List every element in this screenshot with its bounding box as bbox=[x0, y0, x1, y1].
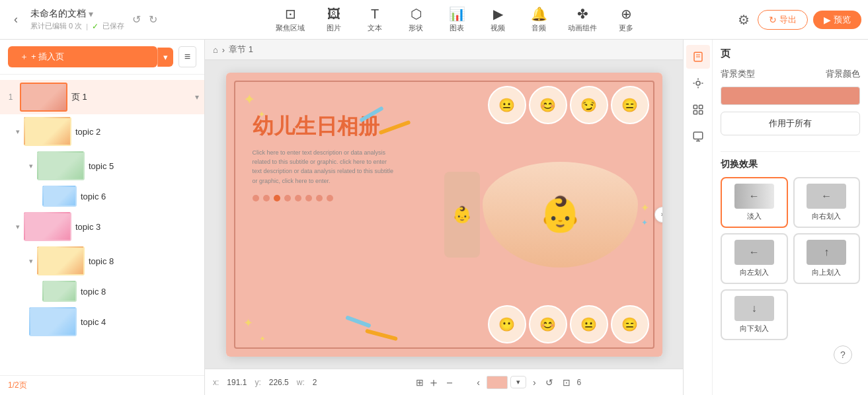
preview-icon: ▶ bbox=[824, 15, 831, 25]
slide-canvas[interactable]: ✦ ✦ ✦ ✦ 幼儿生日相册 Click here to enter text … bbox=[226, 73, 662, 357]
next-page-button[interactable]: › bbox=[530, 376, 539, 389]
slide-item-topic2[interactable]: ▾ topic 2 bbox=[0, 114, 204, 149]
export-label: 导出 bbox=[779, 14, 797, 26]
settings-button[interactable]: ⚙ bbox=[735, 9, 752, 30]
focus-tool[interactable]: ⊡ 聚焦区域 bbox=[268, 3, 313, 36]
slideleft-arrow: ← bbox=[749, 246, 760, 258]
apply-all-button[interactable]: 作用于所有 bbox=[721, 112, 860, 135]
tab-style[interactable] bbox=[686, 98, 710, 122]
fit-screen-button[interactable]: ⊡ bbox=[560, 376, 573, 389]
dot-2 bbox=[263, 195, 270, 201]
slide-title-topic2: topic 2 bbox=[75, 127, 199, 137]
slide-title-topic8b: topic 8 bbox=[81, 287, 199, 297]
preview-button[interactable]: ▶ 预览 bbox=[813, 11, 861, 29]
image-tool[interactable]: 🖼 图片 bbox=[314, 4, 354, 36]
grid-button[interactable]: ⊞ bbox=[416, 377, 424, 388]
text-tool[interactable]: T 文本 bbox=[355, 4, 395, 36]
tab-page[interactable] bbox=[686, 45, 710, 69]
insert-plus-icon: ＋ bbox=[20, 51, 28, 63]
slidedown-label: 向下划入 bbox=[740, 324, 769, 334]
slide-item-topic4[interactable]: topic 4 bbox=[0, 305, 204, 339]
topic8a-collapse[interactable]: ▾ bbox=[29, 257, 33, 266]
zoom-in-button[interactable]: ＋ bbox=[428, 375, 440, 390]
bg-color-swatch[interactable] bbox=[721, 87, 860, 105]
topic2-collapse[interactable]: ▾ bbox=[16, 127, 20, 136]
page-selector[interactable]: ▾ bbox=[510, 376, 526, 388]
baby-bg-shape bbox=[483, 162, 638, 268]
slide-expand-1[interactable]: ▾ bbox=[195, 92, 199, 102]
prev-page-button[interactable]: ‹ bbox=[474, 376, 483, 389]
right-panel: 页 背景类型 背景颜色 作用于所有 切换效果 ← bbox=[683, 40, 868, 395]
video-tool[interactable]: ▶ 视频 bbox=[478, 3, 518, 36]
svg-rect-7 bbox=[699, 111, 702, 114]
slide-title-1: 页 1 bbox=[71, 91, 191, 103]
slide-item-topic8b[interactable]: topic 8 bbox=[0, 278, 204, 305]
slide-title-topic3: topic 3 bbox=[75, 222, 199, 232]
toolbar: ‹ 未命名的文档 ▾ 累计已编辑 0 次 | ✓ 已保存 ↺ ↻ ⊡ 聚焦区域 … bbox=[0, 0, 868, 40]
doc-title-dropdown[interactable]: ▾ bbox=[89, 9, 93, 19]
slide-thumb-topic3 bbox=[24, 212, 71, 241]
slide-thumb-topic8b bbox=[42, 281, 77, 302]
breadcrumb-home-icon[interactable]: ⌂ bbox=[213, 45, 218, 55]
slideright-thumb: ← bbox=[807, 184, 846, 209]
export-button[interactable]: ↻ 导出 bbox=[758, 10, 808, 30]
slideup-label: 向上划入 bbox=[812, 268, 841, 277]
redo-button[interactable]: ↻ bbox=[146, 12, 160, 27]
back-button[interactable]: ‹ bbox=[7, 11, 25, 29]
bg-type-row: 背景类型 背景颜色 bbox=[721, 68, 860, 80]
panel-title: 页 bbox=[721, 48, 860, 60]
tab-animation[interactable] bbox=[686, 71, 710, 95]
image-label: 图片 bbox=[327, 23, 341, 33]
slide-item-topic8a[interactable]: ▾ topic 8 bbox=[0, 244, 204, 278]
export-icon: ↻ bbox=[769, 15, 777, 25]
dot-6 bbox=[305, 195, 312, 201]
shape-tool[interactable]: ⬡ 形状 bbox=[396, 3, 436, 36]
slide-item-topic6[interactable]: topic 6 bbox=[0, 183, 204, 209]
slide-item-1[interactable]: 1 页 1 ▾ bbox=[0, 80, 204, 114]
side-right-stars: ✦ ✦ bbox=[641, 201, 649, 227]
insert-page-button[interactable]: ＋ + 插入页 bbox=[8, 46, 157, 67]
insert-dropdown-button[interactable]: ▾ bbox=[157, 48, 173, 67]
transition-slideright[interactable]: ← 向右划入 bbox=[793, 177, 861, 228]
focus-icon: ⊡ bbox=[285, 6, 296, 22]
topic5-collapse[interactable]: ▾ bbox=[29, 162, 33, 170]
slide-item-topic5[interactable]: ▾ topic 5 bbox=[0, 149, 204, 183]
tab-ppt[interactable] bbox=[686, 124, 710, 148]
dot-1 bbox=[253, 195, 259, 201]
breadcrumb-chapter: 章节 1 bbox=[229, 44, 253, 55]
face-row-top: 😐 😊 😏 😑 bbox=[444, 86, 649, 124]
transition-slideleft[interactable]: ← 向左划入 bbox=[721, 233, 788, 284]
audio-tool[interactable]: 🔔 音频 bbox=[519, 3, 559, 36]
image-icon: 🖼 bbox=[327, 7, 340, 22]
slide-item-topic3[interactable]: ▾ topic 3 bbox=[0, 209, 204, 244]
topic3-collapse[interactable]: ▾ bbox=[16, 223, 20, 231]
toolbar-left: ‹ 未命名的文档 ▾ 累计已编辑 0 次 | ✓ 已保存 ↺ ↻ bbox=[7, 8, 178, 31]
insert-bar: ＋ + 插入页 ▾ ≡ bbox=[0, 40, 204, 75]
shape-icon: ⬡ bbox=[411, 6, 422, 22]
slideleft-label: 向左划入 bbox=[740, 268, 769, 277]
undo-button[interactable]: ↺ bbox=[130, 12, 143, 27]
more-icon: ⊕ bbox=[621, 6, 632, 22]
toolbar-right: ⚙ ↻ 导出 ▶ 预览 bbox=[735, 9, 861, 30]
rotate-button[interactable]: ↺ bbox=[543, 376, 556, 389]
left-panel: ＋ + 插入页 ▾ ≡ 1 页 1 ▾ ▾ topic 2 ▾ bbox=[0, 40, 205, 395]
focus-label: 聚焦区域 bbox=[276, 23, 305, 33]
shape-label: 形状 bbox=[409, 23, 423, 33]
canvas-scroll[interactable]: ✦ ✦ ✦ ✦ 幼儿生日相册 Click here to enter text … bbox=[205, 60, 683, 369]
transition-fadein[interactable]: ← 淡入 bbox=[721, 177, 788, 228]
chart-tool[interactable]: 📊 图表 bbox=[437, 3, 477, 36]
style-icon bbox=[692, 104, 704, 116]
baby-center-row: 👶 👶 ✦ ✦ bbox=[444, 127, 649, 303]
y-label: y: bbox=[255, 378, 260, 387]
main-baby-photo: 👶 bbox=[483, 162, 638, 268]
more-tool[interactable]: ⊕ 更多 bbox=[606, 3, 646, 36]
help-button[interactable]: ? bbox=[834, 345, 852, 364]
svg-rect-4 bbox=[693, 105, 697, 108]
zoom-out-button[interactable]: － bbox=[444, 375, 455, 390]
page-thumbnail bbox=[487, 376, 508, 389]
transition-slidedown[interactable]: ↓ 向下划入 bbox=[721, 289, 788, 340]
face-1: 😐 bbox=[488, 86, 526, 124]
animation-tool[interactable]: ✤ 动画组件 bbox=[560, 3, 605, 36]
transition-slideup[interactable]: ↑ 向上划入 bbox=[793, 233, 861, 284]
menu-button[interactable]: ≡ bbox=[178, 46, 196, 67]
